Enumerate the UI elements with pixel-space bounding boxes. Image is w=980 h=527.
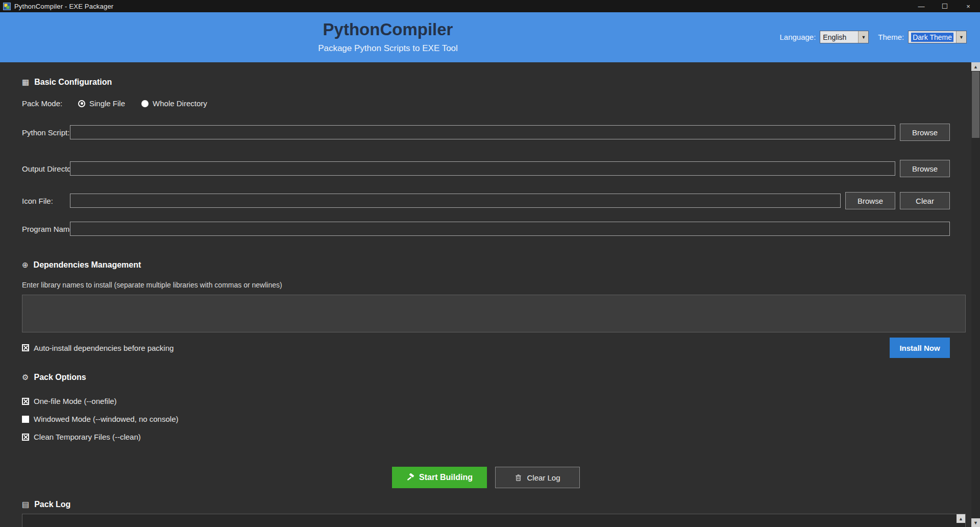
theme-label: Theme:	[878, 33, 904, 41]
pack-log-section-header: ▤ Pack Log	[22, 500, 971, 509]
clean-checkbox-indicator[interactable]	[22, 434, 29, 441]
pack-options-icon: ⚙	[22, 373, 29, 382]
auto-install-label: Auto-install dependencies before packing	[34, 344, 174, 352]
icon-file-input[interactable]	[70, 194, 841, 208]
language-value: English	[820, 31, 858, 43]
titlebar: PythonCompiler - EXE Packager — ☐ ×	[0, 0, 980, 12]
start-building-label: Start Building	[419, 473, 473, 482]
app-icon	[3, 3, 11, 10]
minimize-icon: —	[918, 3, 925, 10]
auto-install-checkbox-indicator[interactable]	[22, 344, 29, 351]
log-area[interactable]: ▲	[22, 514, 966, 527]
icon-file-browse-button[interactable]: Browse	[845, 192, 895, 209]
main-content: ▦ Basic Configuration Pack Mode: Single …	[0, 62, 971, 527]
icon-file-row: Icon File: Browse Clear	[22, 192, 950, 209]
hammer-icon	[406, 473, 414, 482]
theme-value: Dark Theme	[909, 31, 956, 43]
output-directory-row: Output Directo Browse	[22, 160, 950, 177]
clean-label: Clean Temporary Files (--clean)	[34, 433, 141, 441]
auto-install-checkbox[interactable]: Auto-install dependencies before packing	[22, 344, 174, 352]
install-now-button[interactable]: Install Now	[890, 338, 950, 358]
clear-log-label: Clear Log	[527, 473, 560, 482]
maximize-icon: ☐	[942, 2, 948, 10]
pack-options-title: Pack Options	[34, 373, 86, 382]
python-script-input[interactable]	[70, 125, 895, 139]
trash-icon	[514, 474, 522, 482]
program-name-row: Program Name	[22, 222, 950, 236]
basic-config-icon: ▦	[22, 78, 29, 87]
onefile-label: One-file Mode (--onefile)	[34, 397, 117, 405]
radio-whole-directory[interactable]: Whole Directory	[141, 99, 207, 108]
action-buttons: Start Building Clear Log	[22, 467, 950, 488]
windowed-checkbox-indicator[interactable]	[22, 416, 29, 423]
pack-mode-row: Pack Mode: Single File Whole Directory	[22, 99, 971, 108]
theme-select[interactable]: Dark Theme ▼	[908, 31, 967, 43]
language-label: Language:	[779, 33, 816, 41]
close-button[interactable]: ×	[957, 0, 980, 12]
pack-mode-label: Pack Mode:	[22, 99, 78, 108]
log-scroll-up-button[interactable]: ▲	[957, 514, 965, 523]
windowed-checkbox[interactable]: Windowed Mode (--windowed, no console)	[22, 415, 971, 423]
vertical-scrollbar[interactable]: ▲ ▼	[971, 62, 980, 527]
windowed-label: Windowed Mode (--windowed, no console)	[34, 415, 178, 423]
header-controls: Language: English ▼ Theme: Dark Theme ▼	[779, 31, 967, 43]
window-title: PythonCompiler - EXE Packager	[14, 3, 113, 10]
maximize-button[interactable]: ☐	[933, 0, 957, 12]
dependencies-icon: ⊕	[22, 260, 29, 270]
start-building-button[interactable]: Start Building	[392, 467, 487, 488]
program-name-label: Program Name	[22, 225, 70, 233]
dependencies-input[interactable]	[22, 295, 966, 332]
scroll-up-button[interactable]: ▲	[971, 62, 980, 71]
program-name-input[interactable]	[70, 222, 950, 236]
close-icon: ×	[966, 3, 970, 10]
onefile-checkbox-indicator[interactable]	[22, 398, 29, 405]
pack-log-title: Pack Log	[34, 500, 70, 509]
radio-single-file-label: Single File	[89, 99, 125, 108]
basic-config-section-header: ▦ Basic Configuration	[22, 78, 971, 87]
window-controls: — ☐ ×	[910, 0, 980, 12]
combo-arrow-icon[interactable]: ▼	[858, 31, 868, 43]
icon-file-label: Icon File:	[22, 197, 70, 205]
output-directory-browse-button[interactable]: Browse	[900, 160, 950, 177]
combo-arrow-icon[interactable]: ▼	[956, 31, 966, 43]
python-script-row: Python Script: Browse	[22, 124, 950, 141]
scroll-down-button[interactable]: ▼	[971, 518, 980, 527]
radio-whole-directory-label: Whole Directory	[153, 99, 207, 108]
dependencies-hint: Enter library names to install (separate…	[22, 281, 971, 289]
clean-checkbox[interactable]: Clean Temporary Files (--clean)	[22, 433, 971, 441]
onefile-checkbox[interactable]: One-file Mode (--onefile)	[22, 397, 971, 405]
install-row: Auto-install dependencies before packing…	[22, 338, 950, 358]
minimize-button[interactable]: —	[910, 0, 933, 12]
app-header: PythonCompiler Package Python Scripts to…	[0, 12, 980, 62]
basic-config-title: Basic Configuration	[34, 78, 112, 87]
scrollbar-thumb[interactable]	[972, 71, 979, 138]
radio-single-file-indicator[interactable]	[78, 100, 85, 107]
output-directory-input[interactable]	[70, 161, 895, 176]
pack-log-icon: ▤	[22, 500, 29, 509]
radio-single-file[interactable]: Single File	[78, 99, 125, 108]
dependencies-section-header: ⊕ Dependencies Management	[22, 260, 971, 270]
python-script-browse-button[interactable]: Browse	[900, 124, 950, 141]
app-title: PythonCompiler	[0, 20, 776, 39]
output-directory-label: Output Directo	[22, 164, 70, 173]
radio-whole-directory-indicator[interactable]	[141, 100, 149, 107]
header-titles: PythonCompiler Package Python Scripts to…	[0, 20, 776, 54]
clear-log-button[interactable]: Clear Log	[495, 467, 580, 488]
app-subtitle: Package Python Scripts to EXE Tool	[0, 43, 776, 54]
python-script-label: Python Script:	[22, 128, 70, 137]
language-select[interactable]: English ▼	[820, 31, 869, 43]
icon-file-clear-button[interactable]: Clear	[900, 192, 950, 209]
dependencies-title: Dependencies Management	[34, 260, 141, 270]
pack-options-section-header: ⚙ Pack Options	[22, 373, 971, 382]
